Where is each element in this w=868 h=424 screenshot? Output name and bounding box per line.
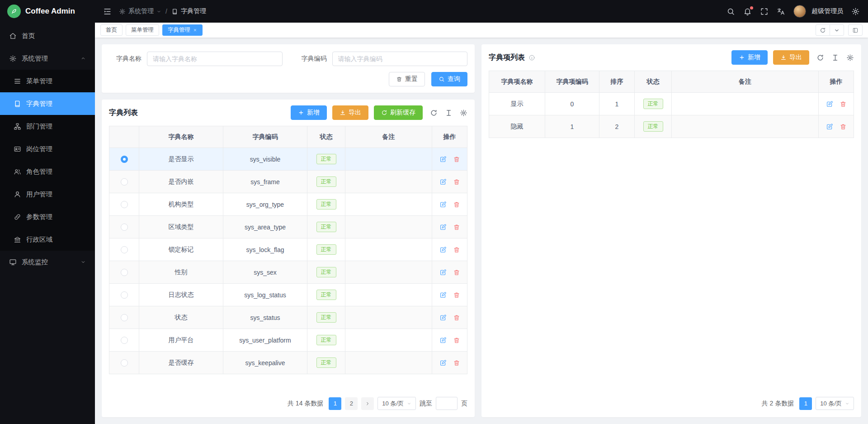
query-button[interactable]: 查询 (431, 72, 467, 86)
reset-button[interactable]: 重置 (389, 72, 425, 86)
sidebar-item[interactable]: 系统管理 (0, 47, 95, 70)
chevron-down-icon[interactable] (830, 25, 844, 35)
edit-icon[interactable] (439, 314, 447, 321)
translate-icon[interactable] (777, 7, 785, 16)
sidebar-item[interactable]: 岗位管理 (0, 138, 95, 160)
tab-item[interactable]: 首页 (100, 24, 123, 36)
layout-icon (849, 25, 862, 35)
breadcrumb-item[interactable]: 字典管理 (171, 7, 206, 15)
row-radio[interactable] (121, 291, 128, 299)
notification-bell[interactable] (743, 7, 752, 16)
tab-item[interactable]: 菜单管理 (126, 24, 159, 36)
page-number-button[interactable]: 1 (329, 397, 341, 410)
delete-icon[interactable] (453, 291, 460, 299)
jump-page-input[interactable] (436, 397, 458, 410)
delete-icon[interactable] (453, 246, 460, 253)
page-number-button[interactable]: 1 (799, 397, 812, 410)
breadcrumb-item[interactable]: 系统管理 (119, 7, 161, 15)
avatar[interactable] (793, 5, 806, 18)
sidebar-item[interactable]: 菜单管理 (0, 70, 95, 92)
sidebar-item[interactable]: 部门管理 (0, 115, 95, 138)
dict-code-input[interactable] (332, 52, 468, 66)
next-page-button[interactable] (361, 397, 374, 410)
column-settings-icon[interactable] (445, 109, 453, 117)
row-radio[interactable] (121, 359, 128, 367)
sidebar-item[interactable]: 用户管理 (0, 183, 95, 205)
edit-icon[interactable] (439, 246, 447, 253)
refresh-icon[interactable] (816, 25, 830, 35)
edit-icon[interactable] (439, 178, 447, 186)
table-row[interactable]: 隐藏12正常 (489, 115, 854, 138)
sidebar-item-active[interactable]: 字典管理 (0, 92, 95, 115)
refresh-cache-button[interactable]: 刷新缓存 (374, 105, 423, 120)
delete-icon[interactable] (453, 359, 460, 367)
delete-icon[interactable] (453, 337, 460, 344)
table-row[interactable]: 日志状态sys_log_status正常 (109, 284, 467, 306)
table-row[interactable]: 状态sys_status正常 (109, 306, 467, 329)
refresh-icon[interactable] (816, 54, 824, 62)
sidebar-fold-icon[interactable] (103, 7, 112, 16)
row-radio[interactable] (121, 156, 128, 163)
table-row[interactable]: 锁定标记sys_lock_flag正常 (109, 238, 467, 261)
table-row[interactable]: 是否显示sys_visible正常 (109, 148, 467, 171)
remark-cell (345, 148, 432, 171)
page-size-select[interactable]: 10 条/页 (816, 397, 854, 410)
delete-icon[interactable] (453, 269, 460, 276)
table-row[interactable]: 是否内嵌sys_frame正常 (109, 171, 467, 193)
dict-name-input[interactable] (147, 52, 283, 66)
table-row[interactable]: 区域类型sys_area_type正常 (109, 216, 467, 238)
sidebar-item[interactable]: 系统监控 (0, 251, 95, 273)
row-radio[interactable] (121, 314, 128, 321)
delete-icon[interactable] (453, 156, 460, 163)
sidebar-item[interactable]: 参数管理 (0, 205, 95, 228)
edit-icon[interactable] (439, 201, 447, 208)
delete-icon[interactable] (453, 224, 460, 231)
page-number-button[interactable]: 2 (345, 397, 358, 410)
edit-icon[interactable] (826, 100, 833, 108)
edit-icon[interactable] (826, 123, 833, 130)
row-radio[interactable] (121, 246, 128, 253)
table-row[interactable]: 机构类型sys_org_type正常 (109, 193, 467, 216)
export-button[interactable]: 导出 (332, 105, 368, 120)
delete-icon[interactable] (840, 100, 847, 108)
add-button[interactable]: 新增 (291, 105, 327, 120)
status-badge: 正常 (316, 154, 336, 164)
page-size-select[interactable]: 10 条/页 (377, 397, 416, 410)
table-row[interactable]: 用户平台sys_user_platform正常 (109, 329, 467, 352)
edit-icon[interactable] (439, 224, 447, 231)
delete-icon[interactable] (840, 123, 847, 130)
current-user-name[interactable]: 超级管理员 (811, 7, 843, 15)
settings-gear-icon[interactable] (460, 109, 467, 117)
row-radio[interactable] (121, 269, 128, 276)
table-row[interactable]: 显示01正常 (489, 93, 854, 115)
delete-icon[interactable] (453, 178, 460, 186)
delete-icon[interactable] (453, 201, 460, 208)
settings-gear-icon[interactable] (846, 54, 854, 62)
edit-icon[interactable] (439, 337, 447, 344)
sidebar-item[interactable]: 行政区域 (0, 228, 95, 251)
column-settings-icon[interactable] (831, 54, 839, 62)
tab-active[interactable]: 字典管理 (162, 24, 203, 36)
export-button[interactable]: 导出 (773, 50, 809, 65)
search-icon[interactable] (726, 7, 735, 16)
close-icon[interactable] (193, 28, 197, 32)
edit-icon[interactable] (439, 269, 447, 276)
table-row[interactable]: 性别sys_sex正常 (109, 261, 467, 284)
add-button[interactable]: 新增 (731, 50, 768, 65)
sidebar-item[interactable]: 首页 (0, 24, 95, 47)
edit-icon[interactable] (439, 359, 447, 367)
row-radio[interactable] (121, 201, 128, 208)
delete-icon[interactable] (453, 314, 460, 321)
table-row[interactable]: 是否缓存sys_keepalive正常 (109, 352, 467, 374)
breadcrumb: 系统管理/字典管理 (119, 7, 206, 15)
row-radio[interactable] (121, 178, 128, 186)
fullscreen-icon[interactable] (760, 7, 769, 16)
edit-icon[interactable] (439, 156, 447, 163)
row-radio[interactable] (121, 224, 128, 231)
refresh-icon[interactable] (430, 109, 438, 117)
settings-gear-icon[interactable] (851, 7, 860, 16)
layout-toggle[interactable] (848, 24, 863, 36)
sidebar-item[interactable]: 角色管理 (0, 160, 95, 183)
row-radio[interactable] (121, 337, 128, 344)
edit-icon[interactable] (439, 291, 447, 299)
